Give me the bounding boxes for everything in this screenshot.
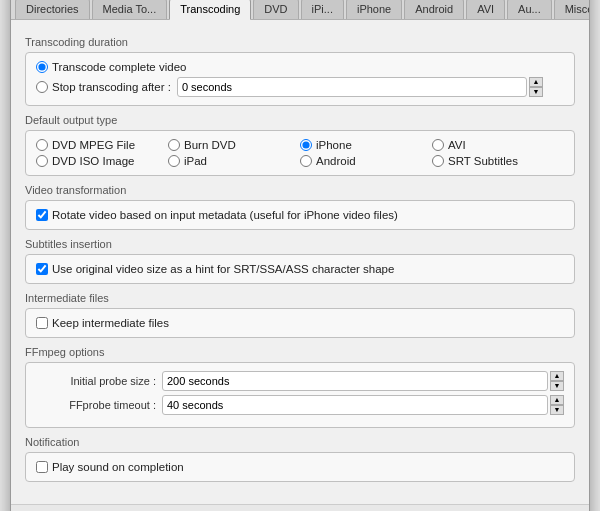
- transcode-complete-option[interactable]: Transcode complete video: [36, 61, 186, 73]
- stop-stepper-up[interactable]: ▲: [529, 77, 543, 87]
- stop-transcoding-radio[interactable]: [36, 81, 48, 93]
- probe-size-stepper-down[interactable]: ▼: [550, 381, 564, 391]
- output-ipad[interactable]: iPad: [168, 155, 300, 167]
- output-android[interactable]: Android: [300, 155, 432, 167]
- play-sound-text: Play sound on completion: [52, 461, 184, 473]
- tab-au[interactable]: Au...: [507, 0, 552, 19]
- intermediate-files-label: Intermediate files: [25, 292, 575, 304]
- video-transform-box: Rotate video based on input metadata (us…: [25, 200, 575, 230]
- ffprobe-timeout-input-group: ▲ ▼: [162, 395, 564, 415]
- ffmpeg-options-box: Initial probe size : ▲ ▼ FFprobe timeout…: [25, 362, 575, 428]
- stop-stepper-down[interactable]: ▼: [529, 87, 543, 97]
- ffmpeg-options-label: FFmpeg options: [25, 346, 575, 358]
- tab-media[interactable]: Media To...: [92, 0, 168, 19]
- probe-size-row: Initial probe size : ▲ ▼: [36, 371, 564, 391]
- stop-stepper: ▲ ▼: [529, 77, 543, 97]
- subtitles-hint-option[interactable]: Use original video size as a hint for SR…: [36, 263, 564, 275]
- keep-intermediate-text: Keep intermediate files: [52, 317, 169, 329]
- stop-transcoding-label: Stop transcoding after :: [52, 81, 171, 93]
- rotate-video-option[interactable]: Rotate video based on input metadata (us…: [36, 209, 564, 221]
- stop-transcoding-row: Stop transcoding after : ▲ ▼: [36, 77, 564, 97]
- tab-avi[interactable]: AVI: [466, 0, 505, 19]
- tab-iphone[interactable]: iPhone: [346, 0, 402, 19]
- keep-intermediate-checkbox[interactable]: [36, 317, 48, 329]
- probe-size-input[interactable]: [162, 371, 548, 391]
- tab-misc[interactable]: Miscellaneous: [554, 0, 590, 19]
- transcode-complete-label: Transcode complete video: [52, 61, 186, 73]
- tab-transcoding[interactable]: Transcoding: [169, 0, 251, 20]
- content-area: Transcoding duration Transcode complete …: [11, 20, 589, 500]
- notification-box: Play sound on completion: [25, 452, 575, 482]
- transcoding-duration-label: Transcoding duration: [25, 36, 575, 48]
- ffprobe-timeout-label: FFprobe timeout :: [36, 399, 156, 411]
- transcode-complete-radio[interactable]: [36, 61, 48, 73]
- ffprobe-timeout-stepper-up[interactable]: ▲: [550, 395, 564, 405]
- stop-transcoding-option[interactable]: Stop transcoding after :: [36, 81, 171, 93]
- output-type-grid: DVD MPEG File Burn DVD iPhone AVI DVD IS…: [36, 139, 564, 167]
- bottom-bar: Reset Cancel OK: [11, 504, 589, 512]
- intermediate-files-box: Keep intermediate files: [25, 308, 575, 338]
- keep-intermediate-option[interactable]: Keep intermediate files: [36, 317, 564, 329]
- transcoding-duration-box: Transcode complete video Stop transcodin…: [25, 52, 575, 106]
- probe-size-label: Initial probe size :: [36, 375, 156, 387]
- ffprobe-timeout-stepper-down[interactable]: ▼: [550, 405, 564, 415]
- rotate-video-checkbox[interactable]: [36, 209, 48, 221]
- subtitles-hint-checkbox[interactable]: [36, 263, 48, 275]
- ffprobe-timeout-stepper: ▲ ▼: [550, 395, 564, 415]
- ffprobe-timeout-input[interactable]: [162, 395, 548, 415]
- ffprobe-timeout-row: FFprobe timeout : ▲ ▼: [36, 395, 564, 415]
- output-dvd-mpeg[interactable]: DVD MPEG File: [36, 139, 168, 151]
- play-sound-option[interactable]: Play sound on completion: [36, 461, 564, 473]
- stop-value-input[interactable]: [177, 77, 527, 97]
- notification-label: Notification: [25, 436, 575, 448]
- output-dvd-iso[interactable]: DVD ISO Image: [36, 155, 168, 167]
- output-type-label: Default output type: [25, 114, 575, 126]
- video-transform-label: Video transformation: [25, 184, 575, 196]
- output-srt[interactable]: SRT Subtitles: [432, 155, 564, 167]
- output-avi[interactable]: AVI: [432, 139, 564, 151]
- output-burn-dvd[interactable]: Burn DVD: [168, 139, 300, 151]
- main-window: Qt!Movie Settings Directories Media To..…: [10, 0, 590, 511]
- tab-dvd[interactable]: DVD: [253, 0, 298, 19]
- output-type-box: DVD MPEG File Burn DVD iPhone AVI DVD IS…: [25, 130, 575, 176]
- tab-directories[interactable]: Directories: [15, 0, 90, 19]
- subtitles-label: Subtitles insertion: [25, 238, 575, 250]
- subtitles-hint-text: Use original video size as a hint for SR…: [52, 263, 394, 275]
- probe-size-stepper-up[interactable]: ▲: [550, 371, 564, 381]
- output-iphone[interactable]: iPhone: [300, 139, 432, 151]
- subtitles-box: Use original video size as a hint for SR…: [25, 254, 575, 284]
- probe-size-stepper: ▲ ▼: [550, 371, 564, 391]
- play-sound-checkbox[interactable]: [36, 461, 48, 473]
- transcode-complete-row: Transcode complete video: [36, 61, 564, 73]
- rotate-video-text: Rotate video based on input metadata (us…: [52, 209, 398, 221]
- tabs-bar: Directories Media To... Transcoding DVD …: [11, 0, 589, 20]
- tab-ipi[interactable]: iPi...: [301, 0, 344, 19]
- tab-android[interactable]: Android: [404, 0, 464, 19]
- stop-input-group: ▲ ▼: [177, 77, 543, 97]
- probe-size-input-group: ▲ ▼: [162, 371, 564, 391]
